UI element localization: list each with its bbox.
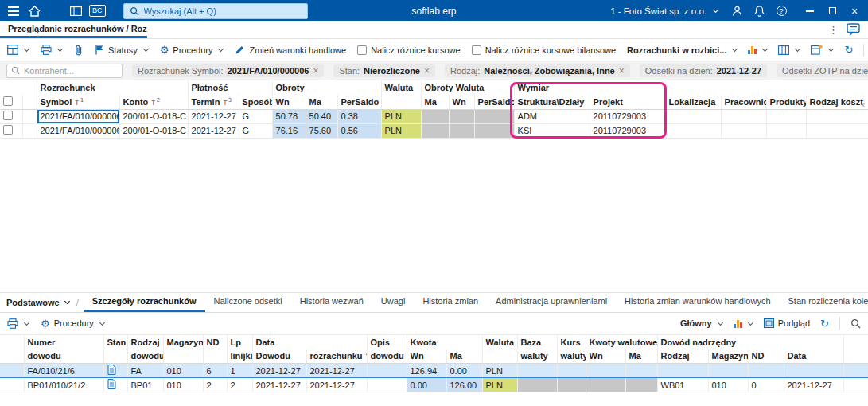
cell-ma[interactable]: 126.00 [446, 378, 482, 392]
detail-refresh-button[interactable]: ↻ [820, 318, 829, 329]
cell[interactable] [806, 123, 868, 138]
main-menu-button[interactable] [3, 0, 24, 21]
podglad-button[interactable]: Podgląd [764, 318, 810, 328]
cell-termin[interactable]: 2021-12-27 [188, 109, 239, 123]
col-kw-wn[interactable]: Wn [586, 349, 625, 364]
col-termin[interactable]: Termin↑3 [188, 95, 239, 109]
table-row[interactable]: FA/010/21/6 FA 010 6 1 2021-12-27 2021-1… [0, 364, 868, 378]
cell-struktura[interactable]: KSI [514, 123, 590, 138]
filter-chip-stan[interactable]: Stan: Nierozliczone × [333, 64, 435, 77]
cell-sposob[interactable]: G [239, 123, 272, 138]
cell-ma[interactable]: 50.40 [306, 109, 337, 123]
cell-struktura[interactable]: ADM [514, 109, 590, 123]
col-dn-rodzaj[interactable]: Rodzaj [657, 349, 708, 364]
col-projekt[interactable]: Projekt [590, 95, 665, 109]
feedback-button[interactable] [847, 23, 860, 37]
col-baza-waluty[interactable]: waluty [517, 349, 557, 364]
tab-historia-zmian-warunkow[interactable]: Historia zmian warunków handlowych [616, 293, 779, 312]
col-struktura[interactable]: Struktura\Działy [514, 95, 590, 109]
col-wn[interactable]: Wn [272, 95, 306, 109]
refresh-button[interactable]: ↻ [844, 45, 853, 55]
row-checkbox[interactable] [3, 111, 13, 120]
more-options-button[interactable]: ⋮ [828, 24, 839, 36]
col-ma[interactable]: Ma [306, 95, 337, 109]
col-konto[interactable]: Konto↑2 [119, 95, 188, 109]
cell-projekt[interactable]: 20110729003 [590, 123, 665, 138]
cell[interactable] [557, 364, 586, 378]
col-dn-data[interactable]: Data [784, 349, 843, 364]
cell[interactable] [625, 378, 657, 392]
global-search[interactable] [123, 3, 308, 19]
cell[interactable] [517, 378, 557, 392]
col-stan[interactable] [103, 349, 127, 364]
modules-button[interactable] [65, 0, 86, 21]
col-numer-dowodu[interactable]: dowodu [24, 349, 103, 364]
bc-button[interactable]: BC [86, 0, 109, 21]
cell[interactable] [665, 123, 721, 138]
cell-waluta[interactable]: PLN [482, 378, 517, 392]
tab-administracja-uprawnieniami[interactable]: Administracja uprawnieniami [487, 293, 616, 312]
cell[interactable] [517, 364, 557, 378]
cell-symbol[interactable]: 2021/FA/010/000006 [37, 109, 119, 123]
cell-data-rozrachunku[interactable]: 2021-12-27 [306, 364, 367, 378]
cell-rodzaj[interactable]: BP01 [127, 378, 163, 392]
view-settings-button[interactable] [811, 45, 834, 55]
cell-konto[interactable]: 200/01-O-018-C [119, 123, 188, 138]
cell-dn-nd[interactable] [748, 364, 784, 378]
cell-stan[interactable] [103, 364, 127, 378]
col-kw-ma[interactable]: Ma [625, 349, 657, 364]
close-button[interactable]: × [844, 0, 865, 21]
col-dn-nd[interactable]: ND [748, 349, 784, 364]
collapse-panel-icon[interactable]: ‹ [862, 98, 866, 111]
cell-opis[interactable] [367, 364, 407, 378]
col-waluta[interactable] [482, 349, 517, 364]
col-symbol[interactable]: Symbol↑1 [37, 95, 119, 109]
detail-view-mode-selector[interactable]: Główny [680, 318, 723, 328]
active-page-tab[interactable]: Przeglądanie rozrachunków / Rozrach... [0, 21, 147, 38]
nalicz-bilansowe-checkbox[interactable]: Nalicz różnice kursowe bilansowe [472, 45, 616, 55]
cell-wn[interactable]: 50.78 [272, 109, 306, 123]
cell-dn-data[interactable]: 2021-12-27 [784, 378, 843, 392]
data-view-button[interactable] [7, 45, 29, 55]
col-ow-ma[interactable]: Ma [421, 95, 449, 109]
cell-data-dowodu[interactable]: 2021-12-27 [252, 378, 306, 392]
cell[interactable] [557, 378, 586, 392]
detail-search-button[interactable] [850, 318, 861, 329]
kontrahent-search[interactable] [6, 64, 123, 78]
cell[interactable] [421, 109, 449, 123]
col-magazyn[interactable] [163, 349, 203, 364]
col-wn[interactable]: Wn [407, 349, 446, 364]
cell-dn-magazyn[interactable]: 010 [708, 378, 748, 392]
cell[interactable] [0, 364, 24, 378]
detail-procedury-button[interactable]: ⚙ Procedury [41, 318, 105, 329]
filter-chip-symbol[interactable]: Rozrachunek Symbol: 2021/FA/010/000006 × [132, 64, 324, 77]
notifications-button[interactable] [749, 0, 769, 21]
cell-dn-magazyn[interactable] [708, 364, 748, 378]
nalicz-kursowe-checkbox[interactable]: Nalicz różnice kursowe [357, 45, 460, 55]
cell[interactable] [449, 123, 474, 138]
cell-data-dowodu[interactable]: 2021-12-27 [252, 364, 306, 378]
minimize-button[interactable] [800, 0, 820, 21]
cell[interactable] [474, 123, 514, 138]
table-row[interactable]: 2021/FA/010/000006 200/01-O-018-C 2021-1… [0, 123, 868, 138]
filter-chip-rodzaj[interactable]: Rodzaj: Należności, Zobowiązania, Inne × [445, 64, 630, 77]
user-button[interactable] [726, 0, 747, 21]
cell-persaldo[interactable]: 0.56 [337, 123, 381, 138]
cell[interactable] [665, 109, 721, 123]
cell-dn-rodzaj[interactable]: WB01 [657, 378, 708, 392]
cell-wn[interactable]: 76.16 [272, 123, 306, 138]
col-nd[interactable] [203, 349, 227, 364]
cell[interactable] [0, 123, 22, 138]
tab-historia-wezwan[interactable]: Historia wezwań [291, 293, 372, 312]
tab-historia-zmian[interactable]: Historia zmian [414, 293, 487, 312]
cell-nd[interactable]: 6 [203, 364, 227, 378]
row-checkbox[interactable] [3, 125, 13, 135]
col-rodzaj-koszt[interactable]: Rodzaj koszt [806, 95, 868, 109]
col-produkty[interactable]: Produkty [766, 95, 806, 109]
col-data-rozrachunku[interactable]: rozrachunku↑ [306, 349, 367, 364]
cell-dn-nd[interactable]: 0 [748, 378, 784, 392]
detail-view-selector[interactable]: Podstawowe [6, 293, 76, 312]
cell-waluta[interactable]: PLN [381, 109, 421, 123]
cell[interactable] [449, 109, 474, 123]
company-selector[interactable]: 1 - Foto Świat sp. z o.o. [604, 6, 725, 16]
